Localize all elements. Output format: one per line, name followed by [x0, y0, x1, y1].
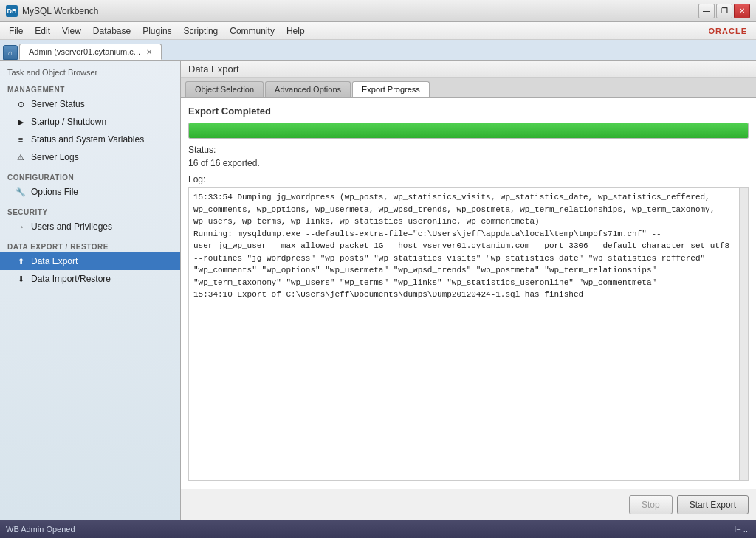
- menu-edit[interactable]: Edit: [29, 24, 56, 38]
- management-section-title: MANAGEMENT: [0, 81, 180, 95]
- menu-view[interactable]: View: [56, 24, 87, 38]
- admin-tab-close[interactable]: ✕: [146, 48, 152, 56]
- sidebar-item-startup-shutdown[interactable]: ▶ Startup / Shutdown: [0, 113, 180, 131]
- oracle-logo: ORACLE: [709, 27, 753, 35]
- tab-advanced-options[interactable]: Advanced Options: [265, 81, 351, 97]
- server-status-icon: ⊙: [15, 98, 27, 110]
- start-export-button[interactable]: Start Export: [677, 495, 749, 514]
- progress-bar-fill: [189, 123, 748, 138]
- sidebar-label-data-import: Data Import/Restore: [31, 274, 111, 284]
- content-area: Data Export Object Selection Advanced Op…: [181, 61, 756, 520]
- log-scrollbar[interactable]: [739, 188, 748, 480]
- menu-bar: File Edit View Database Plugins Scriptin…: [0, 22, 756, 40]
- sidebar-label-startup-shutdown: Startup / Shutdown: [31, 117, 106, 127]
- status-variables-icon: ≡: [15, 134, 27, 145]
- menu-database[interactable]: Database: [87, 24, 137, 38]
- tab-bar: ⌂ Admin (vserver01.cytanium.c... ✕: [0, 40, 756, 61]
- security-section-title: SECURITY: [0, 204, 180, 218]
- menu-file[interactable]: File: [3, 24, 29, 38]
- progress-bar-container: [188, 123, 749, 139]
- tab-export-progress[interactable]: Export Progress: [352, 81, 430, 97]
- sidebar-item-server-logs[interactable]: ⚠ Server Logs: [0, 148, 180, 166]
- startup-shutdown-icon: ▶: [15, 116, 27, 128]
- sidebar-label-users-privileges: Users and Privileges: [31, 221, 112, 232]
- status-label: Status:: [188, 145, 749, 155]
- server-logs-icon: ⚠: [15, 151, 27, 163]
- title-bar: DB MySQL Workbench — ❐ ✕: [0, 0, 756, 22]
- data-export-icon: ⬆: [15, 255, 27, 267]
- data-import-icon: ⬇: [15, 273, 27, 285]
- status-bar-right: I≡ ...: [734, 525, 750, 534]
- admin-tab[interactable]: Admin (vserver01.cytanium.c... ✕: [19, 44, 162, 60]
- title-controls: — ❐ ✕: [698, 4, 750, 18]
- sidebar-label-data-export: Data Export: [31, 256, 78, 266]
- menu-items: File Edit View Database Plugins Scriptin…: [3, 24, 311, 38]
- sidebar-item-server-status[interactable]: ⊙ Server Status: [0, 95, 180, 113]
- title-bar-left: DB MySQL Workbench: [6, 5, 98, 17]
- menu-plugins[interactable]: Plugins: [137, 24, 177, 38]
- status-detail: 16 of 16 exported.: [188, 158, 749, 168]
- sidebar-label-options-file: Options File: [31, 187, 78, 197]
- options-file-icon: 🔧: [15, 186, 27, 198]
- stop-button[interactable]: Stop: [629, 495, 673, 514]
- restore-button[interactable]: ❐: [716, 4, 732, 18]
- tab-object-selection[interactable]: Object Selection: [185, 81, 264, 97]
- footer-buttons: Stop Start Export: [181, 489, 756, 520]
- sidebar-item-users-privileges[interactable]: → Users and Privileges: [0, 218, 180, 235]
- users-privileges-icon: →: [15, 221, 27, 232]
- menu-scripting[interactable]: Scripting: [178, 24, 224, 38]
- app-icon: DB: [6, 5, 18, 17]
- window-title: MySQL Workbench: [22, 6, 98, 16]
- export-completed-label: Export Completed: [188, 106, 749, 117]
- content-inner: Export Completed Status: 16 of 16 export…: [181, 98, 756, 489]
- close-button[interactable]: ✕: [734, 4, 750, 18]
- content-tabs: Object Selection Advanced Options Export…: [181, 78, 756, 98]
- sidebar-item-options-file[interactable]: 🔧 Options File: [0, 183, 180, 201]
- admin-tab-label: Admin (vserver01.cytanium.c...: [29, 47, 140, 56]
- sidebar-item-status-variables[interactable]: ≡ Status and System Variables: [0, 131, 180, 148]
- sidebar: Task and Object Browser MANAGEMENT ⊙ Ser…: [0, 61, 181, 520]
- status-bar: WB Admin Opened I≡ ...: [0, 520, 756, 538]
- log-label: Log:: [188, 174, 749, 184]
- menu-community[interactable]: Community: [224, 24, 281, 38]
- log-content: 15:33:54 Dumping jg_wordpress (wp_posts,…: [193, 191, 743, 301]
- minimize-button[interactable]: —: [698, 4, 715, 18]
- data-export-section-title: DATA EXPORT / RESTORE: [0, 238, 180, 252]
- sidebar-header: Task and Object Browser: [0, 63, 180, 78]
- menu-help[interactable]: Help: [281, 24, 311, 38]
- sidebar-label-status-variables: Status and System Variables: [31, 134, 144, 145]
- home-tab-button[interactable]: ⌂: [3, 45, 18, 60]
- main-layout: Task and Object Browser MANAGEMENT ⊙ Ser…: [0, 61, 756, 520]
- sidebar-item-data-import[interactable]: ⬇ Data Import/Restore: [0, 270, 180, 288]
- sidebar-item-data-export[interactable]: ⬆ Data Export: [0, 252, 180, 270]
- log-container[interactable]: 15:33:54 Dumping jg_wordpress (wp_posts,…: [188, 187, 749, 481]
- configuration-section-title: CONFIGURATION: [0, 169, 180, 183]
- status-bar-text: WB Admin Opened: [6, 525, 75, 534]
- content-title: Data Export: [181, 61, 756, 78]
- sidebar-label-server-logs: Server Logs: [31, 152, 79, 162]
- sidebar-label-server-status: Server Status: [31, 99, 85, 109]
